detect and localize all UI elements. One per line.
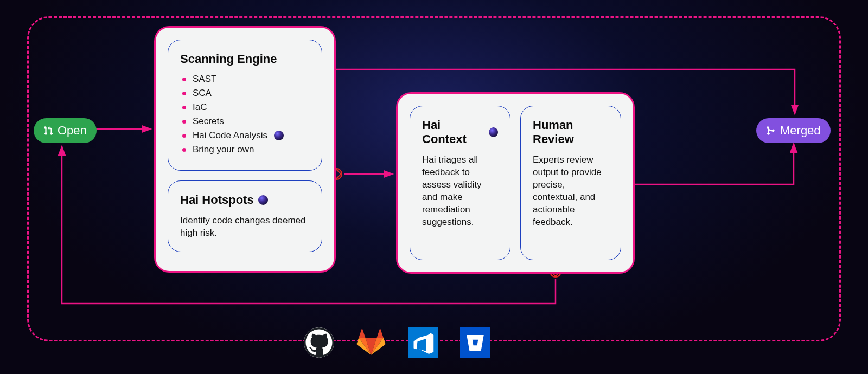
azure-devops-icon	[408, 327, 438, 358]
review-stage-card: Hai Context Hai triages all feedback to …	[396, 92, 635, 274]
github-icon	[304, 327, 334, 358]
human-review-card: Human Review Experts review output to pr…	[520, 106, 621, 260]
bullet-secrets: Secrets	[182, 116, 310, 127]
hai-orb-icon	[274, 131, 284, 140]
scanning-engine-title: Scanning Engine	[180, 52, 310, 66]
open-label: Open	[58, 124, 87, 138]
human-review-title: Human Review	[533, 118, 609, 146]
hai-hotspots-desc: Identify code changes deemed high risk.	[180, 215, 310, 240]
git-merge-icon	[766, 126, 776, 136]
hai-hotspots-card: Hai Hotspots Identify code changes deeme…	[168, 180, 322, 252]
human-review-desc: Experts review output to provide precise…	[533, 154, 609, 229]
svg-rect-5	[460, 327, 490, 358]
scanning-engine-card: Scanning Engine SAST SCA IaC Secrets Hai…	[168, 40, 322, 171]
gitlab-icon	[356, 327, 386, 358]
hai-orb-icon	[258, 195, 268, 205]
git-pull-request-icon	[43, 126, 53, 136]
bitbucket-icon	[460, 327, 490, 358]
scanning-stage-card: Scanning Engine SAST SCA IaC Secrets Hai…	[154, 26, 336, 273]
svg-rect-4	[408, 327, 438, 358]
bullet-hai-code: Hai Code Analysis	[182, 130, 310, 141]
open-pill: Open	[34, 118, 97, 143]
integration-logos	[304, 327, 490, 358]
bullet-sast: SAST	[182, 74, 310, 85]
hai-orb-icon	[489, 127, 498, 137]
bullet-iac: IaC	[182, 102, 310, 113]
hai-context-card: Hai Context Hai triages all feedback to …	[410, 106, 510, 260]
merged-pill: Merged	[756, 118, 831, 143]
bullet-sca: SCA	[182, 88, 310, 99]
merged-label: Merged	[780, 124, 821, 138]
hai-context-title: Hai Context	[422, 118, 498, 146]
hai-hotspots-title: Hai Hotspots	[180, 193, 310, 207]
bullet-byo: Bring your own	[182, 144, 310, 155]
hai-context-desc: Hai triages all feedback to assess valid…	[422, 154, 498, 229]
scanning-bullets: SAST SCA IaC Secrets Hai Code Analysis B…	[180, 74, 310, 155]
